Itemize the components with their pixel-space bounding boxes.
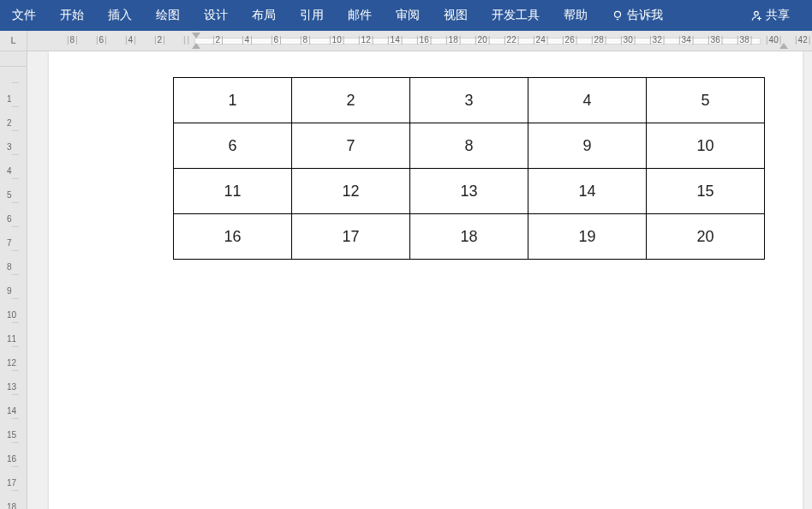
- menu-label: 文件: [12, 8, 36, 23]
- ruler-h-tick: 12: [358, 35, 373, 45]
- ruler-h-tick: 10: [329, 35, 344, 45]
- ruler-v-tick: 3: [7, 142, 12, 152]
- ruler-v-dash: [12, 442, 19, 443]
- ruler-v-dash: [12, 394, 19, 395]
- ruler-v-tick: 9: [7, 286, 12, 296]
- menu-home[interactable]: 开始: [48, 0, 96, 31]
- table-cell[interactable]: 13: [410, 169, 528, 214]
- menu-draw[interactable]: 绘图: [144, 0, 192, 31]
- ruler-v-tick: 13: [7, 382, 16, 392]
- page-surface[interactable]: 1234567891011121314151617181920: [27, 51, 812, 509]
- menu-design[interactable]: 设计: [192, 0, 240, 31]
- ruler-h-tick: 42: [795, 35, 810, 45]
- share-icon: [750, 9, 762, 21]
- ruler-h-tick: 4: [242, 35, 253, 45]
- table-cell[interactable]: 2: [292, 78, 410, 123]
- ruler-h-tick: 6: [271, 35, 282, 45]
- ruler-v-tick: 8: [7, 262, 12, 272]
- menu-view[interactable]: 视图: [432, 0, 480, 31]
- ruler-v-tick: 2: [7, 118, 12, 128]
- table-cell[interactable]: 10: [647, 123, 765, 169]
- table-cell[interactable]: 9: [528, 123, 647, 169]
- menu-help[interactable]: 帮助: [552, 0, 600, 31]
- ruler-v-dash: [12, 466, 19, 467]
- ruler-h-tick: 28: [591, 35, 606, 45]
- table-row: 1112131415: [174, 169, 765, 214]
- lightbulb-icon: [612, 9, 624, 21]
- menu-label: 引用: [300, 8, 324, 23]
- menu-label: 邮件: [348, 8, 372, 23]
- menu-label: 告诉我: [627, 8, 663, 23]
- ruler-h-tick: 34: [678, 35, 694, 45]
- table-cell[interactable]: 1: [174, 78, 292, 123]
- ruler-h-tick: 22: [504, 35, 519, 45]
- ruler-h-tick: 38: [737, 35, 752, 45]
- svg-point-2: [755, 11, 759, 15]
- ruler-h-tick: 26: [562, 35, 577, 45]
- table-cell[interactable]: 8: [410, 123, 528, 169]
- table-cell[interactable]: 3: [410, 78, 528, 123]
- table-cell[interactable]: 15: [647, 169, 765, 214]
- ruler-v-dash: [12, 106, 19, 107]
- menu-mailings[interactable]: 邮件: [336, 0, 384, 31]
- ruler-v-dash: [12, 82, 19, 83]
- ruler-v-tick: 5: [7, 190, 12, 200]
- table-cell[interactable]: 20: [647, 214, 765, 260]
- table-cell[interactable]: 11: [174, 169, 292, 214]
- table-cell[interactable]: 18: [410, 214, 528, 260]
- ruler-h-tick: 36: [708, 35, 723, 45]
- table-cell[interactable]: 5: [647, 78, 765, 123]
- menu-label: 帮助: [564, 8, 588, 23]
- menu-review[interactable]: 审阅: [384, 0, 432, 31]
- document-page[interactable]: 1234567891011121314151617181920: [49, 51, 803, 509]
- menu-label: 开始: [60, 8, 84, 23]
- menu-layout[interactable]: 布局: [240, 0, 288, 31]
- document-table[interactable]: 1234567891011121314151617181920: [173, 77, 765, 260]
- ruler-v-dash: [12, 322, 19, 323]
- menu-insert[interactable]: 插入: [96, 0, 144, 31]
- vertical-ruler[interactable]: 12345678910111213141516171819: [0, 51, 27, 509]
- ruler-h-tick: 2: [212, 35, 224, 45]
- menu-label: 布局: [252, 8, 276, 23]
- ruler-h-tick: 32: [649, 35, 665, 45]
- ruler-v-tick: 14: [7, 406, 16, 416]
- ruler-v-dash: [12, 346, 19, 347]
- ruler-h-tick: 2: [154, 35, 165, 45]
- ruler-v-dash: [12, 274, 19, 275]
- menu-label: 视图: [444, 8, 468, 23]
- ruler-v-tick: 11: [7, 334, 16, 344]
- table-cell[interactable]: 17: [292, 214, 410, 260]
- ruler-h-tick: 8: [67, 35, 78, 45]
- ruler-v-tick: 16: [7, 454, 16, 464]
- ruler-v-tick: 4: [7, 166, 12, 176]
- menu-developer[interactable]: 开发工具: [480, 0, 552, 31]
- hanging-indent-marker[interactable]: [192, 43, 200, 49]
- ruler-v-dash: [12, 370, 19, 371]
- menu-tell-me[interactable]: 告诉我: [600, 0, 675, 31]
- menu-references[interactable]: 引用: [288, 0, 336, 31]
- menu-label: 开发工具: [492, 8, 540, 23]
- ruler-v-tick: 17: [7, 478, 16, 488]
- ruler-v-tick: 7: [7, 238, 12, 248]
- table-cell[interactable]: 16: [174, 214, 292, 260]
- table-cell[interactable]: 7: [292, 123, 410, 169]
- menu-label: 插入: [108, 8, 132, 23]
- table-row: 1617181920: [174, 214, 765, 260]
- share-button[interactable]: 共享: [738, 0, 802, 31]
- ruler-v-tick: 15: [7, 430, 16, 440]
- ruler-h-tick: 6: [96, 35, 107, 45]
- ruler-v-dash: [12, 178, 19, 179]
- svg-point-0: [615, 11, 621, 17]
- ruler-v-dash: [12, 202, 19, 203]
- table-cell[interactable]: 14: [528, 169, 647, 214]
- table-cell[interactable]: 12: [292, 169, 410, 214]
- table-row: 678910: [174, 123, 765, 169]
- menu-file[interactable]: 文件: [0, 0, 48, 31]
- first-line-indent-marker[interactable]: [192, 33, 200, 39]
- menu-label: 审阅: [396, 8, 420, 23]
- horizontal-ruler[interactable]: 8642246810121416182022242628303234363840…: [27, 31, 812, 51]
- table-cell[interactable]: 19: [528, 214, 647, 260]
- table-cell[interactable]: 4: [528, 78, 647, 123]
- table-cell[interactable]: 6: [174, 123, 292, 169]
- ruler-h-tick: [183, 35, 189, 45]
